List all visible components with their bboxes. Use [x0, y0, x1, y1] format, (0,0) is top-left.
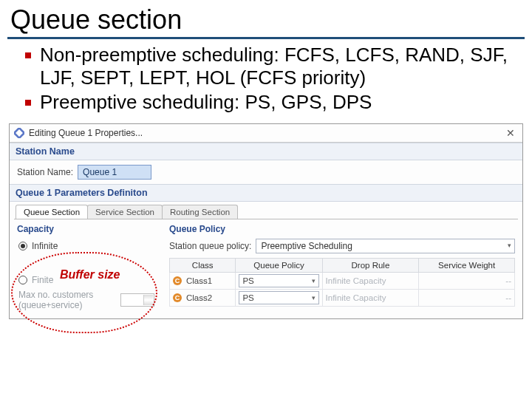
max-customers-row: Max no. customers (queue+service) ∞ [17, 287, 157, 313]
class-cell: CClass2 [173, 293, 232, 302]
tab-body: Capacity Infinite Finite Max no. custome… [14, 219, 518, 318]
table-row: CClass2 PS▾ Infinite Capacity -- [170, 289, 515, 306]
station-name-input[interactable]: Queue 1 [78, 165, 151, 180]
max-customers-label: Max no. customers (queue+service) [18, 290, 107, 310]
col-queue-policy: Queue Policy [236, 258, 322, 272]
bullet-item: Preemptive scheduling: PS, GPS, DPS [25, 91, 516, 114]
service-weight-cell: -- [419, 272, 515, 289]
class-cell: CClass1 [173, 276, 232, 285]
titlebar: Editing Queue 1 Properties... ✕ [10, 124, 522, 143]
drop-rule-cell: Infinite Capacity [322, 272, 419, 289]
bullet-marker [25, 52, 31, 58]
class-icon: C [173, 276, 182, 285]
dialog-window: Editing Queue 1 Properties... ✕ Station … [9, 123, 523, 319]
capacity-infinite-option[interactable]: Infinite [17, 239, 157, 253]
tab-bar: Queue Section Service Section Routing Se… [10, 202, 522, 219]
col-class: Class [170, 258, 236, 272]
table-row: CClass1 PS▾ Infinite Capacity -- [170, 272, 515, 289]
radio-label: Finite [32, 275, 53, 285]
section-header-station: Station Name [10, 143, 522, 160]
row-policy-select[interactable]: PS▾ [239, 291, 318, 304]
title-underline [7, 37, 525, 39]
chevron-down-icon: ▾ [312, 277, 316, 284]
capacity-title: Capacity [17, 224, 157, 234]
select-value: PS [242, 293, 253, 302]
station-policy-row: Station queue policy: Preemptive Schedul… [169, 239, 515, 253]
radio-icon [18, 276, 27, 284]
drop-rule-cell: Infinite Capacity [322, 289, 419, 306]
slide-title: Queue section [0, 0, 532, 37]
row-policy-select[interactable]: PS▾ [239, 274, 318, 287]
col-service-weight: Service Weight [419, 258, 515, 272]
station-policy-select[interactable]: Preemptive Scheduling ▾ [256, 239, 515, 253]
tab-queue-section[interactable]: Queue Section [16, 205, 88, 219]
capacity-finite-option[interactable]: Finite [17, 273, 157, 287]
bullet-text: Non-preemptive scheduling: FCFS, LCFS, R… [40, 44, 516, 89]
dialog-title: Editing Queue 1 Properties... [29, 128, 503, 138]
bullet-text: Preemptive scheduling: PS, GPS, DPS [40, 91, 372, 114]
station-name-label: Station Name: [17, 167, 73, 177]
col-drop-rule: Drop Rule [322, 258, 419, 272]
bullet-list: Non-preemptive scheduling: FCFS, LCFS, R… [0, 44, 532, 122]
close-button[interactable]: ✕ [503, 127, 518, 139]
tab-routing-section[interactable]: Routing Section [162, 205, 238, 219]
bullet-item: Non-preemptive scheduling: FCFS, LCFS, R… [25, 44, 516, 89]
chevron-down-icon: ▾ [312, 294, 316, 301]
select-value: PS [242, 276, 253, 285]
service-weight-cell: -- [419, 289, 515, 306]
app-logo-icon [14, 128, 24, 138]
tab-service-section[interactable]: Service Section [87, 205, 163, 219]
select-value: Preemptive Scheduling [261, 241, 352, 251]
policy-table: Class Queue Policy Drop Rule Service Wei… [169, 258, 515, 307]
class-name: Class1 [186, 276, 212, 285]
bullet-marker [25, 100, 31, 106]
radio-label: Infinite [32, 241, 58, 251]
station-policy-label: Station queue policy: [169, 241, 251, 251]
radio-icon [18, 242, 27, 250]
capacity-panel: Capacity Infinite Finite Max no. custome… [17, 224, 157, 313]
max-customers-spinner[interactable]: ∞ [120, 293, 154, 307]
station-name-row: Station Name: Queue 1 [10, 160, 522, 184]
section-header-params: Queue 1 Parameters Definiton [10, 184, 522, 202]
queue-policy-panel: Queue Policy Station queue policy: Preem… [169, 224, 515, 313]
class-icon: C [173, 293, 182, 302]
class-name: Class2 [186, 293, 212, 302]
chevron-down-icon: ▾ [508, 242, 511, 249]
queue-policy-title: Queue Policy [169, 224, 515, 234]
